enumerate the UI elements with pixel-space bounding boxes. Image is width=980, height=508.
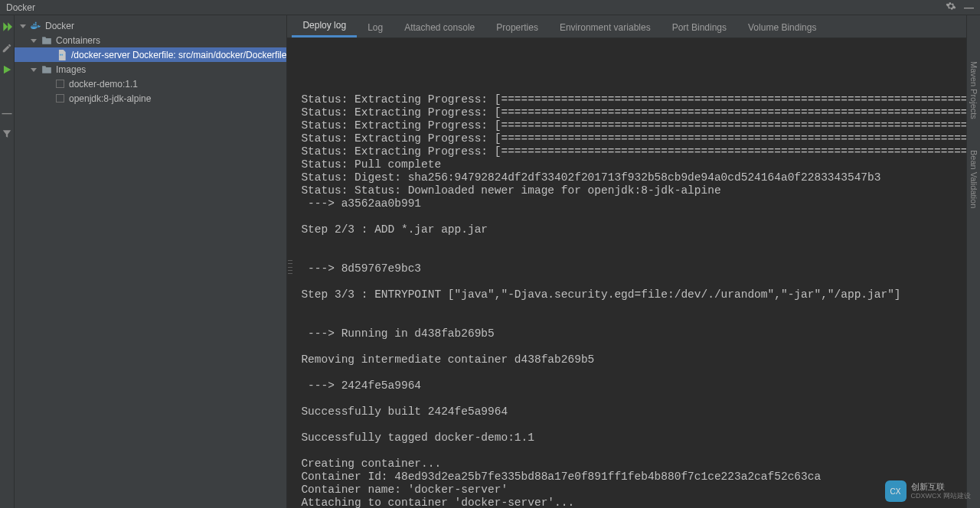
watermark: CX 创新互联 CDXWCX 网站建设 xyxy=(885,480,972,502)
run-icon[interactable] xyxy=(0,63,14,77)
tree-label: Images xyxy=(56,64,86,75)
docker-icon xyxy=(30,20,42,32)
log-line: Container name: 'docker-server' xyxy=(301,484,980,497)
log-line: Status: Status: Downloaded newer image f… xyxy=(301,184,980,197)
stop-icon[interactable] xyxy=(0,84,14,98)
folder-icon xyxy=(41,64,53,76)
log-line xyxy=(301,340,980,353)
content-area: Deploy log Log Attached console Properti… xyxy=(287,15,980,508)
watermark-logo-icon: CX xyxy=(885,480,906,502)
log-line: Successfully tagged docker-demo:1.1 xyxy=(301,431,980,444)
log-line: Removing intermediate container d438fab2… xyxy=(301,353,980,366)
log-line: Status: Pull complete xyxy=(301,158,980,171)
tree-image-item[interactable]: docker-demo:1.1 xyxy=(15,77,286,91)
svg-marker-1 xyxy=(8,22,12,31)
tab-volume-bindings[interactable]: Volume Bindings xyxy=(737,18,827,37)
tree-label: Docker xyxy=(45,21,74,31)
svg-marker-2 xyxy=(4,66,11,74)
log-line: Attaching to container 'docker-server'..… xyxy=(301,497,980,508)
deploy-log-output[interactable]: Status: Extracting Progress: [==========… xyxy=(287,38,980,508)
tree-label: Containers xyxy=(56,35,100,46)
log-line: Successfully built 2424fe5a9964 xyxy=(301,405,980,418)
right-tool-rail: Maven Projects Bean Validation xyxy=(966,15,980,508)
log-line xyxy=(301,249,980,262)
right-tab-maven[interactable]: Maven Projects xyxy=(969,61,978,119)
edit-icon[interactable] xyxy=(0,41,14,55)
tab-bar: Deploy log Log Attached console Properti… xyxy=(287,15,980,38)
tree-image-item[interactable]: openjdk:8-jdk-alpine xyxy=(15,91,286,106)
log-line: Container Id: 48ed93d2ea25b7fe335bd88a17… xyxy=(301,471,980,484)
log-line xyxy=(301,444,980,458)
log-line: ---> 2424fe5a9964 xyxy=(301,379,980,392)
tab-attached-console[interactable]: Attached console xyxy=(394,18,485,37)
tree-images[interactable]: Images xyxy=(15,62,286,77)
checkbox-icon[interactable] xyxy=(56,94,64,103)
panel-title: Docker xyxy=(6,2,35,13)
minimize-icon[interactable]: — xyxy=(964,2,974,13)
tree-label: /docker-server Dockerfile: src/main/dock… xyxy=(71,50,286,60)
tab-properties[interactable]: Properties xyxy=(485,18,549,37)
watermark-sub: CDXWCX 网站建设 xyxy=(911,491,972,500)
tree-dockerfile[interactable]: /docker-server Dockerfile: src/main/dock… xyxy=(15,47,286,62)
gear-icon[interactable] xyxy=(946,1,956,14)
splitter-grip-icon[interactable] xyxy=(288,260,292,274)
log-line: Step 2/3 : ADD *.jar app.jar xyxy=(301,223,980,236)
log-line: ---> a3562aa0b991 xyxy=(301,197,980,210)
checkbox-icon[interactable] xyxy=(56,80,64,88)
log-line xyxy=(301,392,980,405)
log-line xyxy=(301,314,980,327)
tree-label: openjdk:8-jdk-alpine xyxy=(69,93,151,104)
tree-containers[interactable]: Containers xyxy=(15,33,286,47)
log-line: Status: Digest: sha256:94792824df2df3340… xyxy=(301,171,980,184)
tab-port-bindings[interactable]: Port Bindings xyxy=(662,18,737,37)
tree-root-docker[interactable]: Docker xyxy=(15,18,286,33)
tab-env-vars[interactable]: Environment variables xyxy=(549,18,662,37)
log-line xyxy=(301,366,980,379)
filter-icon[interactable] xyxy=(0,127,14,141)
log-line: Step 3/3 : ENTRYPOINT ["java","-Djava.se… xyxy=(301,288,980,301)
log-line: Creating container... xyxy=(301,458,980,471)
log-line xyxy=(301,236,980,249)
remove-icon[interactable]: — xyxy=(0,106,14,119)
docker-tree: Docker Containers /docker-server Dockerf… xyxy=(15,15,287,508)
log-line: ---> 8d59767e9bc3 xyxy=(301,262,980,275)
svg-marker-4 xyxy=(31,39,37,43)
log-line: ---> Running in d438fab269b5 xyxy=(301,327,980,340)
svg-marker-3 xyxy=(20,24,26,28)
dockerfile-icon xyxy=(56,49,68,61)
log-line: Status: Extracting Progress: [==========… xyxy=(301,119,980,132)
deploy-icon[interactable] xyxy=(0,20,14,34)
right-tab-bean-validation[interactable]: Bean Validation xyxy=(969,150,978,208)
log-line: Status: Extracting Progress: [==========… xyxy=(301,106,980,119)
log-line xyxy=(301,275,980,288)
log-line xyxy=(301,210,980,223)
watermark-brand: 创新互联 xyxy=(911,482,972,491)
log-line: Status: Extracting Progress: [==========… xyxy=(301,145,980,158)
tab-deploy-log[interactable]: Deploy log xyxy=(292,15,357,37)
folder-icon xyxy=(41,34,53,47)
tree-label: docker-demo:1.1 xyxy=(69,79,138,90)
svg-marker-0 xyxy=(3,22,8,31)
log-line xyxy=(301,301,980,314)
log-line: Status: Extracting Progress: [==========… xyxy=(301,132,980,145)
tab-log[interactable]: Log xyxy=(357,18,394,37)
log-line: Status: Extracting Progress: [==========… xyxy=(301,93,980,106)
svg-marker-5 xyxy=(31,68,37,72)
left-toolbar: — xyxy=(0,15,15,508)
title-bar: Docker — xyxy=(0,0,980,15)
log-line xyxy=(301,418,980,431)
